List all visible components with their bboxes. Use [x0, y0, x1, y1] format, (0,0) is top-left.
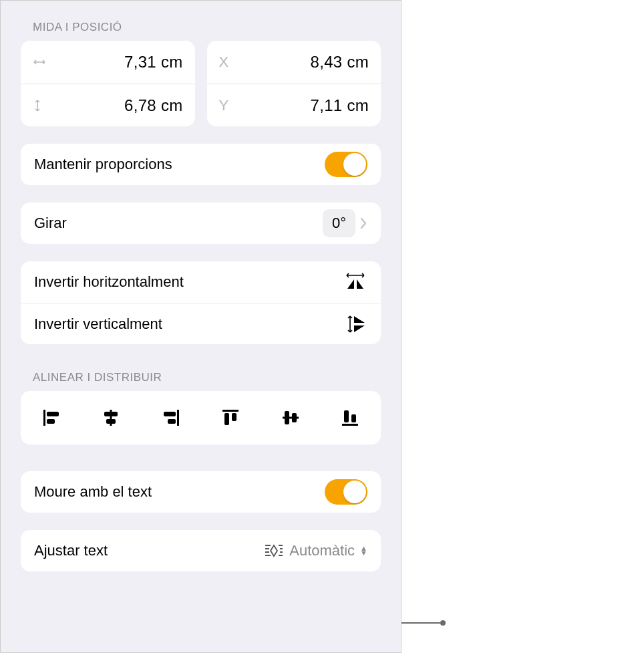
y-value: 7,11 cm: [238, 96, 369, 115]
rotate-row[interactable]: Girar 0°: [21, 203, 381, 244]
height-value: 6,78 cm: [51, 96, 183, 115]
move-with-text-label: Moure amb el text: [34, 483, 325, 501]
align-right-button[interactable]: [156, 403, 186, 432]
size-position-header: MIDA I POSICIÓ: [33, 21, 381, 34]
align-top-button[interactable]: [216, 403, 245, 432]
flip-vertical-row[interactable]: Invertir verticalment: [21, 303, 381, 344]
svg-rect-13: [285, 411, 289, 424]
y-field[interactable]: Y 7,11 cm: [207, 84, 381, 126]
x-axis-label: X: [219, 53, 238, 71]
width-field[interactable]: 7,31 cm: [21, 41, 195, 84]
align-center-h-button[interactable]: [96, 403, 126, 432]
move-with-text-toggle[interactable]: [325, 479, 367, 505]
svg-rect-6: [177, 410, 179, 426]
width-value: 7,31 cm: [51, 53, 183, 72]
align-center-v-button[interactable]: [276, 403, 305, 432]
flip-card: Invertir horitzontalment Invertir vertic…: [21, 261, 381, 344]
constrain-row[interactable]: Mantenir proporcions: [21, 144, 381, 185]
constrain-card: Mantenir proporcions: [21, 144, 381, 185]
flip-vertical-icon: [346, 313, 367, 335]
wrap-select[interactable]: Automàtic ▲▼: [264, 542, 367, 559]
rotate-label: Girar: [34, 215, 323, 232]
arrange-inspector-panel: MIDA I POSICIÓ 7,31 cm 6,78 cm X 8,43 cm: [0, 0, 401, 653]
svg-rect-4: [104, 412, 118, 416]
flip-horizontal-icon: [343, 273, 367, 291]
callout-area: [401, 0, 644, 653]
move-with-text-card: Moure amb el text: [21, 471, 381, 513]
move-with-text-row[interactable]: Moure amb el text: [21, 471, 381, 513]
wrap-card: Ajustar text Automàtic ▲▼: [21, 530, 381, 571]
wrap-row[interactable]: Ajustar text Automàtic ▲▼: [21, 530, 381, 571]
svg-rect-2: [47, 419, 55, 424]
x-field[interactable]: X 8,43 cm: [207, 41, 381, 84]
flip-horizontal-label: Invertir horitzontalment: [34, 273, 343, 291]
constrain-label: Mantenir proporcions: [34, 156, 325, 173]
width-arrows-icon: [33, 57, 51, 67]
callout-leader-line: [401, 622, 440, 624]
rotate-value[interactable]: 0°: [323, 209, 355, 237]
svg-rect-15: [342, 424, 358, 426]
rotate-card: Girar 0°: [21, 203, 381, 244]
size-position-grid: 7,31 cm 6,78 cm X 8,43 cm Y 7,11 cm: [21, 41, 381, 126]
height-arrows-icon: [33, 99, 51, 112]
wrap-value: Automàtic: [289, 542, 355, 559]
svg-rect-11: [232, 413, 236, 421]
flip-vertical-label: Invertir verticalment: [34, 315, 346, 333]
up-down-chevrons-icon: ▲▼: [360, 546, 367, 555]
svg-rect-0: [43, 410, 45, 426]
svg-rect-8: [168, 419, 176, 424]
svg-rect-10: [224, 413, 229, 425]
align-header: ALINEAR I DISTRIBUIR: [33, 371, 381, 384]
position-card: X 8,43 cm Y 7,11 cm: [207, 41, 381, 126]
wrap-automatic-icon: [264, 543, 284, 559]
align-bottom-button[interactable]: [335, 403, 365, 432]
svg-rect-1: [47, 412, 59, 416]
svg-rect-17: [351, 414, 356, 422]
wrap-label: Ajustar text: [34, 542, 264, 559]
svg-rect-9: [222, 410, 238, 412]
svg-rect-16: [344, 410, 349, 422]
svg-rect-5: [106, 419, 116, 424]
chevron-right-icon: [359, 217, 367, 230]
align-card: [21, 391, 381, 444]
constrain-toggle[interactable]: [325, 152, 367, 177]
y-axis-label: Y: [219, 97, 238, 114]
align-buttons-row: [21, 391, 381, 444]
svg-rect-7: [164, 412, 176, 416]
height-field[interactable]: 6,78 cm: [21, 84, 195, 126]
svg-rect-14: [292, 413, 297, 422]
flip-horizontal-row[interactable]: Invertir horitzontalment: [21, 261, 381, 303]
size-card: 7,31 cm 6,78 cm: [21, 41, 195, 126]
align-left-button[interactable]: [37, 403, 66, 432]
x-value: 8,43 cm: [238, 53, 369, 72]
